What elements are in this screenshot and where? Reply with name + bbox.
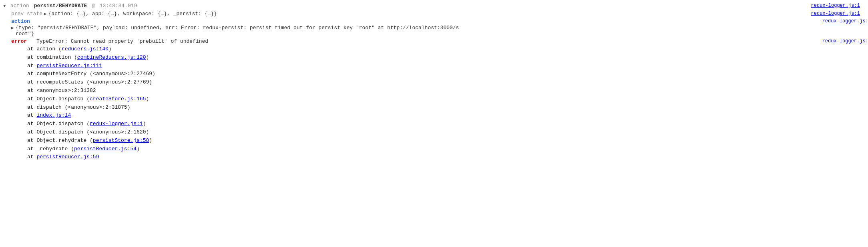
stack-line-7: at dispatch (<anonymous>:2:31875) [27,104,868,112]
stack-line-4: at recomputeStates (<anonymous>:2:27769) [27,78,868,87]
stack-link-11[interactable]: persistStore.js:58 [93,137,149,143]
action-file-link[interactable]: redux-logger.js:1 [822,18,868,24]
stack-line-11: at Object.rehydrate (persistStore.js:58) [27,137,868,145]
prev-state-row[interactable]: prev state ▶ {action: {…}, app: {…}, wor… [0,10,868,18]
timestamp: 13:48:34.019 [100,3,137,9]
action-word: action [10,3,29,9]
stack-link-0[interactable]: reducers.js:140 [62,46,108,52]
prev-state-label: prev state [11,11,42,17]
action-label-row: action redux-logger.js:1 [11,18,868,24]
action-body-content: {type: "persist/REHYDRATE", payload: und… [16,25,459,37]
log-container: ▼ action persist/REHYDRATE @ 13:48:34.01… [0,0,868,247]
stack-line-9: at Object.dispatch (redux-logger.js:1) [27,120,868,128]
header-file-link[interactable]: redux-logger.js:1 [811,3,860,8]
action-section: action redux-logger.js:1 ▶ {type: "persi… [0,18,868,38]
stack-line-3: at computeNextEntry (<anonymous>:2:27469… [27,70,868,78]
stack-line-6: at Object.dispatch (createStore.js:165) [27,95,868,104]
stack-line-0: at action (reducers.js:140) [27,45,868,54]
prev-state-triangle[interactable]: ▶ [44,11,47,16]
stack-trace: at action (reducers.js:140) at combinati… [11,45,868,161]
prev-state-file-link[interactable]: redux-logger.js:1 [811,11,860,16]
header-content: action persist/REHYDRATE @ 13:48:34.019 [10,3,137,9]
action-name: persist/REHYDRATE [34,3,87,9]
error-label-row: error TypeError: Cannot read property 'p… [11,38,868,44]
action-line2: root"} [16,31,459,37]
header-row[interactable]: ▼ action persist/REHYDRATE @ 13:48:34.01… [0,2,868,10]
prev-state-value: {action: {…}, app: {…}, workspace: {…}, … [48,11,217,17]
stack-link-9[interactable]: redux-logger.js:1 [90,121,143,127]
stack-link-13[interactable]: persistReducer.js:59 [36,154,99,160]
stack-line-10: at Object.dispatch (<anonymous>:2:1620) [27,128,868,137]
stack-line-1: at combination (combineReducers.js:120) [27,54,868,62]
stack-link-6[interactable]: createStore.js:165 [90,96,146,102]
action-line1: {type: "persist/REHYDRATE", payload: und… [16,25,459,31]
error-main-text: TypeError: Cannot read property 'prebuil… [36,38,208,44]
error-section: error TypeError: Cannot read property 'p… [0,38,868,162]
stack-line-8: at index.js:14 [27,112,868,120]
stack-line-2: at persistReducer.js:111 [27,62,868,70]
stack-link-8[interactable]: index.js:14 [36,112,71,118]
action-body: ▶ {type: "persist/REHYDRATE", payload: u… [11,25,868,37]
error-section-label: error [11,38,27,44]
stack-line-5: at <anonymous>:2:31382 [27,87,868,95]
stack-line-13: at persistReducer.js:59 [27,153,868,161]
action-body-triangle[interactable]: ▶ [11,25,14,30]
stack-link-1[interactable]: combineReducers.js:120 [77,54,146,60]
stack-line-12: at _rehydrate (persistReducer.js:54) [27,145,868,153]
stack-link-12[interactable]: persistReducer.js:54 [74,146,137,152]
collapse-triangle[interactable]: ▼ [3,4,9,8]
action-section-label: action [11,18,30,24]
at-symbol: @ [92,3,95,9]
stack-link-2[interactable]: persistReducer.js:111 [36,63,102,69]
error-file-link[interactable]: redux-logger.js:1 [822,38,868,44]
